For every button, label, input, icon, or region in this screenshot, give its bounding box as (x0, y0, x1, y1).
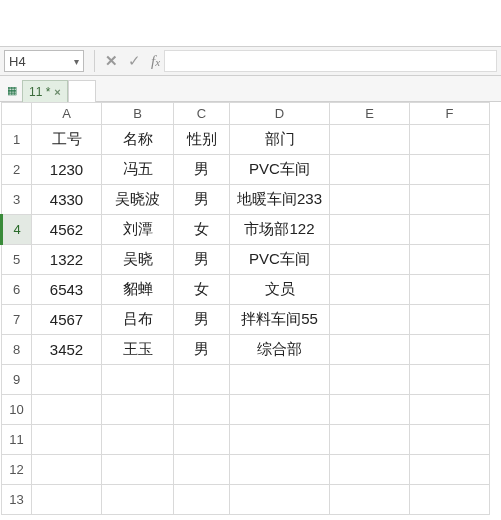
cell-E9[interactable] (330, 365, 410, 395)
row-header-13[interactable]: 13 (2, 485, 32, 515)
cell-E5[interactable] (330, 245, 410, 275)
cell-F9[interactable] (410, 365, 490, 395)
column-header-D[interactable]: D (230, 103, 330, 125)
cell-B10[interactable] (102, 395, 174, 425)
cell-C1[interactable]: 性别 (174, 125, 230, 155)
cell-B6[interactable]: 貂蝉 (102, 275, 174, 305)
row-header-10[interactable]: 10 (2, 395, 32, 425)
cell-A7[interactable]: 4567 (32, 305, 102, 335)
cell-A12[interactable] (32, 455, 102, 485)
cell-B8[interactable]: 王玉 (102, 335, 174, 365)
new-tab-button[interactable] (68, 80, 96, 102)
cell-B9[interactable] (102, 365, 174, 395)
cell-A6[interactable]: 6543 (32, 275, 102, 305)
select-all-corner[interactable] (2, 103, 32, 125)
cell-D10[interactable] (230, 395, 330, 425)
cell-D1[interactable]: 部门 (230, 125, 330, 155)
cell-F11[interactable] (410, 425, 490, 455)
cell-F5[interactable] (410, 245, 490, 275)
row-header-12[interactable]: 12 (2, 455, 32, 485)
cell-C7[interactable]: 男 (174, 305, 230, 335)
cell-E10[interactable] (330, 395, 410, 425)
row-header-8[interactable]: 8 (2, 335, 32, 365)
cell-F1[interactable] (410, 125, 490, 155)
confirm-icon[interactable]: ✓ (128, 52, 141, 70)
cell-F8[interactable] (410, 335, 490, 365)
name-box[interactable]: H4 ▾ (4, 50, 84, 72)
cell-E1[interactable] (330, 125, 410, 155)
column-header-C[interactable]: C (174, 103, 230, 125)
cell-B7[interactable]: 吕布 (102, 305, 174, 335)
cell-C8[interactable]: 男 (174, 335, 230, 365)
cell-F2[interactable] (410, 155, 490, 185)
fx-icon[interactable]: fx (151, 53, 160, 70)
cell-C3[interactable]: 男 (174, 185, 230, 215)
cell-A5[interactable]: 1322 (32, 245, 102, 275)
row-header-4[interactable]: 4 (2, 215, 32, 245)
cell-D9[interactable] (230, 365, 330, 395)
cell-A11[interactable] (32, 425, 102, 455)
cell-D5[interactable]: PVC车间 (230, 245, 330, 275)
cell-D3[interactable]: 地暖车间233 (230, 185, 330, 215)
cell-F10[interactable] (410, 395, 490, 425)
cell-E4[interactable] (330, 215, 410, 245)
cell-E13[interactable] (330, 485, 410, 515)
cell-B1[interactable]: 名称 (102, 125, 174, 155)
cell-C9[interactable] (174, 365, 230, 395)
cell-A8[interactable]: 3452 (32, 335, 102, 365)
column-header-B[interactable]: B (102, 103, 174, 125)
spreadsheet-grid[interactable]: ABCDEF1工号名称性别部门21230冯五男PVC车间34330吴晓波男地暖车… (0, 102, 501, 515)
cell-C2[interactable]: 男 (174, 155, 230, 185)
row-header-3[interactable]: 3 (2, 185, 32, 215)
cell-B3[interactable]: 吴晓波 (102, 185, 174, 215)
close-icon[interactable]: × (54, 86, 60, 98)
cell-C5[interactable]: 男 (174, 245, 230, 275)
formula-input[interactable] (164, 50, 497, 72)
row-header-7[interactable]: 7 (2, 305, 32, 335)
cell-A1[interactable]: 工号 (32, 125, 102, 155)
cell-B12[interactable] (102, 455, 174, 485)
row-header-11[interactable]: 11 (2, 425, 32, 455)
cell-F12[interactable] (410, 455, 490, 485)
cell-A9[interactable] (32, 365, 102, 395)
cell-C13[interactable] (174, 485, 230, 515)
cell-A2[interactable]: 1230 (32, 155, 102, 185)
cell-D8[interactable]: 综合部 (230, 335, 330, 365)
cell-C4[interactable]: 女 (174, 215, 230, 245)
cell-E6[interactable] (330, 275, 410, 305)
column-header-A[interactable]: A (32, 103, 102, 125)
column-header-E[interactable]: E (330, 103, 410, 125)
cell-C10[interactable] (174, 395, 230, 425)
cell-F4[interactable] (410, 215, 490, 245)
cell-E11[interactable] (330, 425, 410, 455)
cell-D6[interactable]: 文员 (230, 275, 330, 305)
cell-A13[interactable] (32, 485, 102, 515)
cell-D4[interactable]: 市场部122 (230, 215, 330, 245)
cell-E8[interactable] (330, 335, 410, 365)
cell-D11[interactable] (230, 425, 330, 455)
cell-F3[interactable] (410, 185, 490, 215)
row-header-5[interactable]: 5 (2, 245, 32, 275)
cancel-icon[interactable]: ✕ (105, 52, 118, 70)
cell-C11[interactable] (174, 425, 230, 455)
cell-F13[interactable] (410, 485, 490, 515)
cell-B11[interactable] (102, 425, 174, 455)
row-header-2[interactable]: 2 (2, 155, 32, 185)
workbook-tab[interactable]: 11 * × (22, 80, 68, 102)
cell-A4[interactable]: 4562 (32, 215, 102, 245)
cell-D2[interactable]: PVC车间 (230, 155, 330, 185)
cell-E2[interactable] (330, 155, 410, 185)
cell-B4[interactable]: 刘潭 (102, 215, 174, 245)
cell-B2[interactable]: 冯五 (102, 155, 174, 185)
row-header-1[interactable]: 1 (2, 125, 32, 155)
cell-E12[interactable] (330, 455, 410, 485)
cell-D7[interactable]: 拌料车间55 (230, 305, 330, 335)
row-header-6[interactable]: 6 (2, 275, 32, 305)
chevron-down-icon[interactable]: ▾ (74, 56, 79, 67)
column-header-F[interactable]: F (410, 103, 490, 125)
row-header-9[interactable]: 9 (2, 365, 32, 395)
cell-E7[interactable] (330, 305, 410, 335)
cell-F6[interactable] (410, 275, 490, 305)
cell-B5[interactable]: 吴晓 (102, 245, 174, 275)
cell-A10[interactable] (32, 395, 102, 425)
